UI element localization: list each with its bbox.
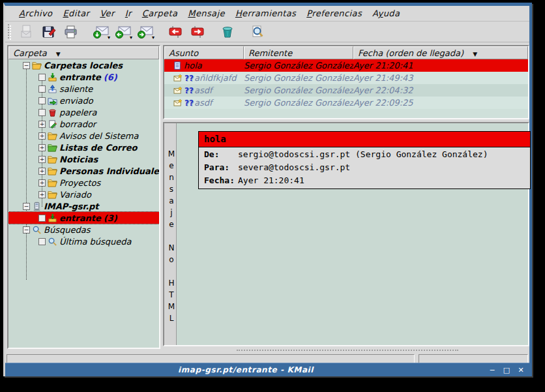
folder-item-entrante-local[interactable]: entrante(6): [8, 71, 159, 83]
folder-item-noticias[interactable]: + Noticias: [8, 153, 159, 165]
folder-item-carpetas-locales[interactable]: − Carpetas locales: [8, 59, 159, 71]
message-row-anldfkjafd[interactable]: ?? añldfkjafd Sergio González González A…: [164, 72, 528, 84]
save-button[interactable]: [40, 23, 58, 41]
expander-icon[interactable]: +: [38, 156, 46, 163]
folder-item-avisos-del-sistema[interactable]: + Avisos del Sistema: [8, 130, 159, 142]
check-mail-dropdown-caret[interactable]: ▾: [108, 35, 110, 40]
column-header-fecha[interactable]: Fecha (orden de llegada)▼: [353, 46, 528, 59]
maximize-button[interactable]: □: [501, 365, 512, 375]
reply-dropdown-caret[interactable]: ▾: [130, 35, 132, 40]
message-row-hola[interactable]: hola Sergio González González Ayer 21:20…: [164, 59, 528, 72]
folder-item-proyectos[interactable]: + Proyectos: [8, 177, 159, 188]
menu-ver[interactable]: Ver: [95, 7, 119, 20]
message-read-icon: [173, 61, 182, 70]
message-header-box: hola De: sergio@todoscsi.gsr.pt (Sergio …: [198, 131, 531, 189]
expander-icon[interactable]: [38, 97, 46, 104]
menu-ayuda[interactable]: Ayuda: [368, 7, 404, 20]
previous-message-button[interactable]: [166, 23, 184, 41]
print-button[interactable]: [62, 23, 80, 41]
menu-preferencias[interactable]: Preferencias: [302, 7, 366, 20]
html-status-strip: Mensaje No HTML: [164, 123, 177, 345]
message-preview-panel: Mensaje No HTML hola De: sergio@todoscsi…: [163, 122, 529, 346]
folder-item-listas-de-correo[interactable]: + Listas de Correo: [8, 142, 159, 153]
menu-mensaje[interactable]: Mensaje: [183, 7, 229, 20]
column-header-asunto[interactable]: Asunto: [164, 46, 244, 59]
folder-item-borrador[interactable]: + borrador: [8, 118, 159, 130]
forward-button[interactable]: ▾: [136, 23, 155, 41]
toolbar-drag-handle[interactable]: [8, 24, 12, 40]
expander-icon[interactable]: [38, 109, 46, 116]
reply-button[interactable]: ▾: [114, 23, 132, 41]
expander-icon[interactable]: [38, 238, 46, 245]
server-icon: [32, 202, 42, 211]
inbox-icon: [48, 72, 57, 82]
check-mail-button[interactable]: ▾: [92, 23, 110, 41]
menu-editar[interactable]: Editar: [58, 7, 94, 20]
folder-open-icon: [32, 61, 42, 70]
expander-icon[interactable]: −: [23, 226, 30, 234]
message-sender: Sergio González González: [244, 59, 353, 72]
expander-icon[interactable]: [38, 215, 46, 222]
message-row-asdf-2[interactable]: ?? asdf Sergio González González Ayer 22…: [164, 97, 528, 109]
trash-icon: [220, 24, 235, 40]
message-list-panel: Asunto Remitente Fecha (orden de llegada…: [163, 45, 529, 119]
expander-icon[interactable]: +: [38, 144, 46, 151]
message-row-asdf-1[interactable]: ?? asdf Sergio González González Ayer 22…: [164, 84, 528, 97]
folder-item-variado[interactable]: + Variado: [8, 188, 159, 200]
window-title-bar[interactable]: imap-gsr.pt/entrante - KMail − □ ✕: [5, 363, 529, 376]
folder-item-saliente[interactable]: saliente: [8, 83, 159, 95]
menu-carpeta[interactable]: Carpeta: [138, 7, 183, 20]
folder-item-ultima-busqueda[interactable]: Última búsqueda: [8, 235, 159, 247]
inbox-icon: [48, 213, 57, 223]
next-message-button[interactable]: [188, 23, 207, 41]
minimize-button[interactable]: −: [486, 365, 498, 375]
folder-item-papelera[interactable]: papelera: [8, 106, 159, 118]
close-button[interactable]: ✕: [515, 365, 527, 375]
expander-icon[interactable]: +: [38, 191, 46, 198]
message-date: Ayer 22:09:25: [353, 97, 528, 109]
message-body-area[interactable]: hola De: sergio@todoscsi.gsr.pt (Sergio …: [177, 123, 528, 345]
folder-tree: − Carpetas locales entrante(6) saliente …: [8, 59, 159, 348]
folder-column-header[interactable]: Carpeta▼: [8, 46, 159, 59]
question-mark-icon: ??: [184, 74, 194, 83]
expander-icon[interactable]: [38, 85, 46, 93]
new-message-icon: [19, 24, 35, 40]
folder-item-busquedas[interactable]: − Búsquedas: [8, 224, 159, 235]
from-value: sergio@todoscsi.gsr.pt (Sergio González …: [238, 149, 488, 159]
message-date: Ayer 22:04:32: [353, 84, 528, 97]
message-list-body: hola Sergio González González Ayer 21:20…: [164, 59, 528, 118]
search-icon: [32, 225, 42, 235]
expander-icon[interactable]: +: [38, 121, 46, 128]
search-icon: [48, 237, 57, 247]
menu-herramientas[interactable]: Herramientas: [231, 7, 301, 20]
main-toolbar: ▾ ▾ ▾: [5, 22, 529, 42]
folder-item-imap-gsr-pt[interactable]: − IMAP-gsr.pt: [8, 200, 159, 212]
expander-icon[interactable]: +: [38, 168, 46, 175]
expander-icon[interactable]: +: [38, 132, 46, 140]
forward-dropdown-caret[interactable]: ▾: [152, 35, 155, 40]
date-label: Fecha:: [204, 175, 238, 185]
menu-ir[interactable]: Ir: [121, 7, 136, 20]
expander-icon[interactable]: −: [23, 203, 30, 210]
message-sender: Sergio González González: [244, 84, 353, 97]
folder-item-personas-individuales[interactable]: + Personas Individuales: [8, 165, 159, 177]
drafts-icon: [48, 119, 57, 129]
folder-open-icon: [48, 155, 57, 164]
folder-item-enviado[interactable]: enviado: [8, 95, 159, 106]
new-message-button[interactable]: [18, 23, 36, 41]
expander-icon[interactable]: −: [23, 62, 30, 69]
sent-icon: [48, 96, 57, 106]
trash-button[interactable]: [218, 23, 237, 41]
expander-icon[interactable]: +: [38, 179, 46, 187]
folder-header-caret-icon: ▼: [56, 51, 61, 57]
message-subject-bar: hola: [199, 132, 530, 147]
menu-archivo[interactable]: Archivo: [14, 7, 57, 20]
column-header-remitente[interactable]: Remitente: [244, 46, 353, 59]
splitter-handle[interactable]: [237, 350, 458, 351]
to-label: Para:: [204, 162, 238, 172]
folder-item-entrante-imap[interactable]: entrante(3): [8, 212, 159, 224]
expander-icon[interactable]: [38, 74, 46, 81]
to-value: severa@todoscsi.gsr.pt: [238, 162, 350, 172]
find-button[interactable]: [248, 23, 267, 41]
next-message-icon: [190, 24, 205, 40]
